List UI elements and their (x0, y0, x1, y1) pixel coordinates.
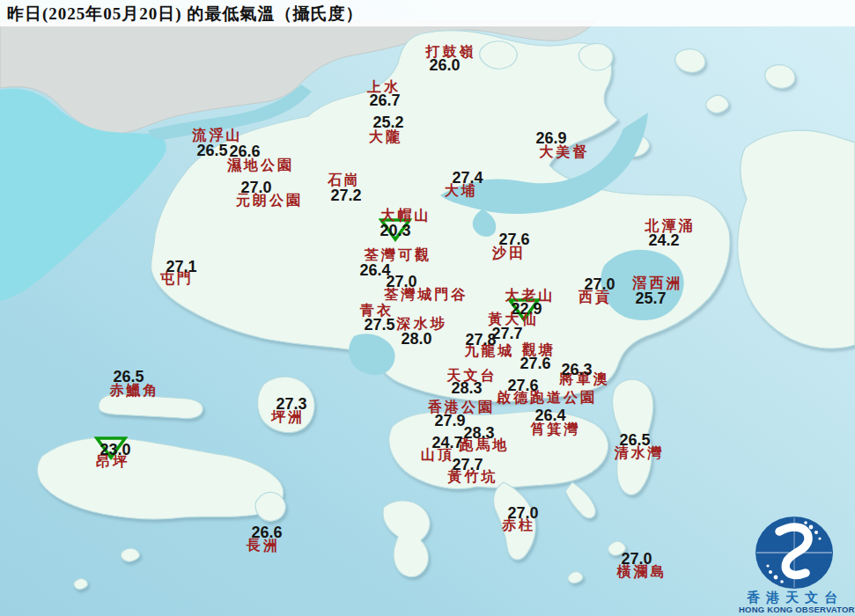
station-value: 26.6 (229, 143, 260, 159)
hko-logo: 香港天文台 HONG KONG OBSERVATORY (744, 512, 855, 614)
station-value: 27.0 (386, 274, 416, 290)
station-value: 26.7 (369, 92, 400, 108)
station-value: 27.9 (434, 413, 465, 429)
station-value: 26.9 (535, 130, 566, 146)
station-value: 27.0 (584, 276, 615, 292)
station-value: 26.5 (113, 369, 144, 385)
station-value: 26.3 (561, 362, 592, 378)
station-value: 27.6 (507, 378, 538, 393)
station-value: 27.4 (452, 170, 483, 186)
station-value: 27.3 (276, 396, 306, 412)
station-value: 28.0 (401, 331, 431, 347)
station-value: 28.3 (463, 425, 494, 441)
station-name: 滘西洲 (633, 276, 683, 290)
station-value: 27.7 (452, 457, 483, 473)
station-value: 27.2 (330, 187, 361, 203)
station-name: 大帽山 (381, 209, 431, 223)
station-value: 26.4 (534, 407, 565, 423)
station-name: 筲箕灣 (531, 422, 581, 436)
station-name: 流浮山 (193, 128, 243, 143)
station-name: 大隴 (369, 130, 402, 144)
station-value: 27.1 (166, 259, 196, 275)
station-value: 26.0 (429, 57, 460, 73)
station-value: 28.3 (451, 380, 482, 396)
station-value: 24.7 (431, 435, 462, 451)
station-name: 石崗 (328, 173, 361, 187)
station-name: 赤鱲角 (110, 384, 160, 398)
station-value: 27.0 (240, 180, 271, 195)
stations-layer: 打鼓嶺26.0上水26.7大隴25.2流浮山26.5濕地公園26.6元朗公園27… (0, 0, 855, 616)
min-temperature-map: 昨日(2025年05月20日) 的最低氣溫（攝氏度） 打鼓嶺26.0上水26.7… (0, 0, 855, 616)
station-name: 大美督 (540, 145, 590, 159)
station-name: 荃灣可觀 (365, 248, 431, 262)
hko-logo-english-name: HONG KONG OBSERVATORY (739, 605, 855, 614)
station-value: 23.0 (100, 442, 130, 458)
station-value: 27.5 (364, 317, 394, 333)
station-value: 24.2 (648, 232, 679, 248)
station-value: 27.6 (498, 231, 529, 247)
station-value: 26.6 (251, 524, 282, 540)
station-value: 27.0 (507, 505, 538, 521)
station-value: 26.5 (196, 143, 227, 158)
station-value: 25.2 (372, 114, 403, 130)
station-value: 25.7 (635, 290, 666, 306)
station-name: 濕地公園 (227, 158, 294, 172)
station-value: 27.7 (491, 326, 522, 341)
station-name: 深水埗 (397, 317, 447, 331)
station-value: 27.8 (465, 332, 496, 348)
station-value: 26.5 (619, 432, 650, 448)
station-name: 沙田 (492, 246, 526, 260)
station-value: 20.3 (380, 223, 410, 238)
station-value: 27.0 (621, 551, 652, 567)
station-value: 27.6 (520, 356, 550, 371)
